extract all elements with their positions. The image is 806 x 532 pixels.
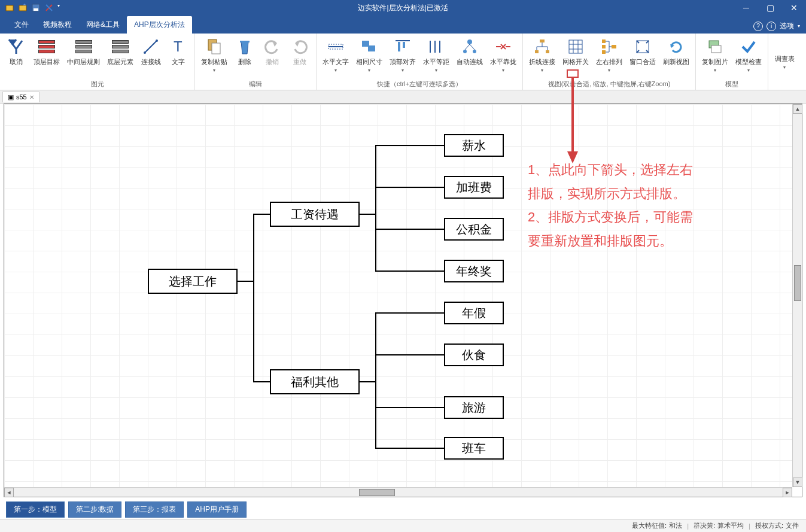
delete-button[interactable]: 删除 xyxy=(233,36,256,68)
svg-point-7 xyxy=(144,51,146,54)
node-root[interactable]: 选择工作 xyxy=(148,269,238,294)
svg-rect-19 xyxy=(403,42,405,48)
svg-rect-0 xyxy=(6,5,13,11)
tab-file[interactable]: 文件 xyxy=(7,16,36,34)
step-1-button[interactable]: 第一步：模型 xyxy=(6,501,65,518)
svg-rect-18 xyxy=(398,42,400,51)
group-label-model: 模型 xyxy=(701,78,763,89)
node-c7[interactable]: 旅游 xyxy=(444,396,504,419)
node-c1[interactable]: 薪水 xyxy=(444,134,504,157)
refresh-button[interactable]: 刷新视图 xyxy=(662,36,691,68)
scroll-right-icon[interactable]: ► xyxy=(783,488,792,497)
node-c5[interactable]: 年假 xyxy=(444,302,504,324)
qat-icon-2[interactable] xyxy=(18,3,28,13)
node-m2[interactable]: 福利其他 xyxy=(270,369,360,394)
top-target-button[interactable]: 顶层目标 xyxy=(32,36,61,68)
foldconn-button[interactable]: 折线连接▾ xyxy=(528,36,556,74)
svg-rect-42 xyxy=(711,45,721,53)
horizontal-scrollbar[interactable]: ◄ ► xyxy=(4,487,792,497)
svg-rect-3 xyxy=(34,8,38,11)
options-label[interactable]: 选项 xyxy=(780,21,794,31)
status-auth-val: 文件 xyxy=(786,521,799,530)
info-icon[interactable]: i xyxy=(767,22,776,31)
survey-button[interactable]: 调查表▾ xyxy=(773,53,796,71)
check-button[interactable]: 模型检查▾ xyxy=(734,36,763,74)
copypic-button[interactable]: 复制图片▾ xyxy=(701,36,729,74)
tab-network[interactable]: 网络&工具 xyxy=(79,16,127,34)
grid-button[interactable]: 网格开关 xyxy=(561,36,590,68)
status-eigen-key: 最大特征值: xyxy=(632,521,667,530)
statusbar: 最大特征值: 和法 | 群决策: 算术平均 | 授权方式: 文件 xyxy=(0,519,806,532)
options-dropdown-icon[interactable]: ▾ xyxy=(798,23,800,29)
cube-icon: ▣ xyxy=(8,93,14,101)
help-icon[interactable]: ? xyxy=(753,22,763,31)
step-3-button[interactable]: 第三步：报表 xyxy=(125,501,184,518)
minimize-button[interactable]: ─ xyxy=(734,0,758,16)
step-manual-button[interactable]: AHP用户手册 xyxy=(187,501,247,518)
svg-text:T: T xyxy=(174,38,183,54)
tab-ahp[interactable]: AHP层次分析法 xyxy=(127,16,192,34)
svg-rect-16 xyxy=(368,45,375,51)
diagram-canvas[interactable]: 选择工作 工资待遇 福利其他 薪水 加班费 公积金 年终奖 年假 伙食 旅游 班… xyxy=(4,104,802,497)
htext-button[interactable]: 水平文字▾ xyxy=(321,36,350,74)
qat-icon-3[interactable] xyxy=(31,3,41,13)
svg-point-24 xyxy=(463,50,467,53)
text-button[interactable]: T文字 xyxy=(167,36,190,68)
tab-video[interactable]: 视频教程 xyxy=(36,16,79,34)
connector-button[interactable]: 连接线 xyxy=(139,36,162,68)
redo-button[interactable]: 重做 xyxy=(288,36,311,68)
bottom-element-button[interactable]: 底层元素 xyxy=(106,36,135,68)
qat-dropdown-icon[interactable]: ▾ xyxy=(57,3,60,13)
doctab-close-icon[interactable]: ✕ xyxy=(29,94,34,101)
node-c2[interactable]: 加班费 xyxy=(444,176,504,199)
status-auth-key: 授权方式: xyxy=(755,521,783,530)
node-c4[interactable]: 年终奖 xyxy=(444,260,504,282)
hspace-button[interactable]: 水平等距▾ xyxy=(422,36,451,74)
step-buttons: 第一步：模型 第二步:数据 第三步：报表 AHP用户手册 xyxy=(6,501,247,518)
node-c3[interactable]: 公积金 xyxy=(444,218,504,241)
svg-rect-11 xyxy=(212,43,220,54)
scroll-left-icon[interactable]: ◄ xyxy=(4,488,14,497)
scroll-v-thumb[interactable] xyxy=(794,265,801,301)
svg-rect-38 xyxy=(602,50,606,54)
annotation-text: 1、点此向下箭头，选择左右 排版，实现所示方式排版。 2、排版方式变换后，可能需… xyxy=(528,158,693,253)
status-eigen-val: 和法 xyxy=(669,521,682,530)
scroll-up-icon[interactable]: ▲ xyxy=(793,104,802,114)
window-title: 迈实软件|层次分析法|已激活 xyxy=(358,3,448,13)
scroll-down-icon[interactable]: ▼ xyxy=(793,478,802,487)
lrarrange-button[interactable]: 左右排列▾ xyxy=(595,36,623,74)
node-c6[interactable]: 伙食 xyxy=(444,343,504,366)
svg-line-26 xyxy=(465,44,470,50)
annotation-arrow-icon xyxy=(562,77,586,166)
step-2-button[interactable]: 第二步:数据 xyxy=(68,501,121,518)
scroll-h-thumb[interactable] xyxy=(359,489,395,496)
ribbon: 取消 顶层目标 中间层规则 底层元素 连接线 T文字 图元 复制粘贴▾ 删除 撤… xyxy=(0,34,806,90)
topalign-button[interactable]: 顶部对齐▾ xyxy=(388,36,417,74)
cancel-button[interactable]: 取消 xyxy=(5,36,28,68)
node-c8[interactable]: 班车 xyxy=(444,437,504,460)
node-m1[interactable]: 工资待遇 xyxy=(270,202,360,227)
svg-line-6 xyxy=(145,41,157,53)
samesize-button[interactable]: 相同尺寸▾ xyxy=(355,36,384,74)
canvas-area: 选择工作 工资待遇 福利其他 薪水 加班费 公积金 年终奖 年假 伙食 旅游 班… xyxy=(4,104,802,497)
mid-rule-button[interactable]: 中间层规则 xyxy=(66,36,101,68)
fitwin-button[interactable]: 窗口合适 xyxy=(628,36,657,68)
autoconn-button[interactable]: 自动连线 xyxy=(455,36,484,68)
undo-button[interactable]: 撤销 xyxy=(261,36,284,68)
group-label-edit: 编辑 xyxy=(200,78,311,89)
copy-paste-button[interactable]: 复制粘贴▾ xyxy=(200,36,229,74)
svg-rect-39 xyxy=(612,45,616,48)
status-group-key: 群决策: xyxy=(694,521,715,530)
svg-rect-30 xyxy=(546,50,549,53)
qat-icon-1[interactable] xyxy=(5,3,14,13)
close-button[interactable]: ✕ xyxy=(782,0,806,16)
vertical-scrollbar[interactable]: ▲ ▼ xyxy=(792,104,802,487)
maximize-button[interactable]: ▢ xyxy=(758,0,782,16)
qat-icon-4[interactable] xyxy=(44,3,54,13)
document-tabs: ▣ s55 ✕ xyxy=(0,90,806,104)
svg-line-27 xyxy=(470,44,475,50)
svg-rect-28 xyxy=(540,39,545,42)
doctab-s55[interactable]: ▣ s55 ✕ xyxy=(2,92,39,102)
svg-rect-37 xyxy=(602,45,606,48)
hsnap-button[interactable]: 水平靠拢▾ xyxy=(489,36,518,74)
